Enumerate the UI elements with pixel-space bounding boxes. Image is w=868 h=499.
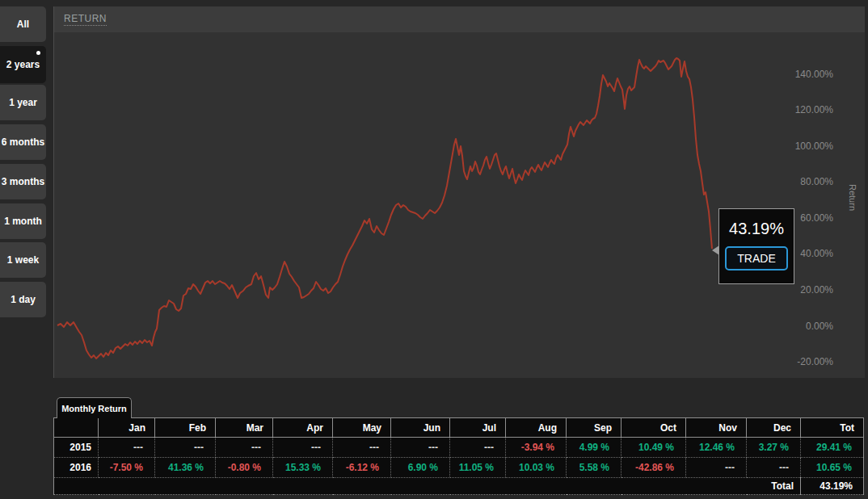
month-header-dec: Dec [747, 418, 801, 438]
return-cell-2016-may: -6.12 % [333, 458, 391, 478]
return-cell-2016-apr: 15.33 % [273, 458, 333, 478]
return-line-chart [54, 32, 866, 378]
chart-title: RETURN [64, 13, 107, 26]
period-button-label: 1 week [7, 254, 39, 266]
return-cell-2016-oct: -42.86 % [622, 458, 686, 478]
period-button-1-year[interactable]: 1 year [0, 85, 46, 120]
tooltip-return-value: 43.19% [719, 220, 794, 238]
return-cell-2015-sep: 4.99 % [567, 438, 622, 458]
year-label-2016: 2016 [54, 458, 99, 478]
period-button-label: 2 years [6, 59, 40, 70]
table-footer-row: Total43.19% [54, 478, 864, 495]
total-label: Total [54, 478, 801, 495]
return-cell-2015-aug: -3.94 % [506, 438, 567, 458]
return-line-series [57, 58, 712, 359]
return-cell-2016-jun: 6.90 % [391, 458, 450, 478]
selected-period-dot [36, 51, 40, 55]
tab-monthly-return-label: Monthly Return [61, 404, 127, 413]
month-header-apr: Apr [273, 418, 333, 438]
period-button-1-week[interactable]: 1 week [0, 242, 46, 278]
y-axis-tick-60: 60.00% [800, 212, 833, 224]
return-cell-2016-nov: --- [686, 458, 747, 478]
return-cell-2015-apr: --- [273, 438, 333, 458]
trade-button[interactable]: TRADE [725, 246, 787, 270]
return-cell-2015-jan: --- [99, 438, 155, 458]
y-axis-tick-40: 40.00% [800, 248, 833, 259]
month-header-jan: Jan [99, 418, 155, 438]
y-axis-tick-140: 140.00% [795, 69, 833, 80]
period-button-label: 1 year [9, 97, 37, 108]
period-button-label: 1 day [11, 294, 36, 305]
return-cell-2015-nov: 12.46 % [686, 438, 747, 458]
month-header-tot: Tot [801, 418, 864, 438]
month-header-sep: Sep [567, 418, 622, 438]
y-axis-title: Return [848, 184, 857, 211]
month-header-mar: Mar [216, 418, 273, 438]
period-button-6-months[interactable]: 6 months [0, 124, 46, 160]
period-button-label: 1 month [4, 216, 42, 227]
return-cell-2016-tot: 10.65 % [801, 458, 864, 478]
period-button-1-day[interactable]: 1 day [0, 282, 46, 317]
y-axis-tick-20: 20.00% [800, 284, 833, 296]
return-chart-panel: RETURN 140.00%120.00%100.00%80.00%60.00%… [53, 6, 865, 378]
period-button-1-month[interactable]: 1 month [0, 203, 46, 239]
month-header-nov: Nov [686, 418, 747, 438]
return-cell-2015-tot: 29.41 % [801, 438, 864, 458]
y-axis-tick-80: 80.00% [800, 176, 833, 187]
return-cell-2015-jun: --- [391, 438, 450, 458]
y-axis-tick--20: -20.00% [797, 356, 833, 367]
return-cell-2016-dec: --- [747, 458, 801, 478]
year-label-2015: 2015 [54, 438, 99, 458]
return-cell-2016-jan: -7.50 % [99, 458, 155, 478]
monthly-return-table: JanFebMarAprMayJunJulAugSepOctNovDecTot2… [53, 417, 864, 495]
period-button-all[interactable]: All [0, 6, 46, 42]
return-cell-2015-oct: 10.49 % [622, 438, 686, 458]
period-button-label: 3 months [2, 176, 44, 187]
y-axis-tick-0: 0.00% [806, 321, 833, 332]
period-button-2-years[interactable]: 2 years [0, 46, 46, 83]
return-cell-2016-mar: -0.80 % [216, 458, 273, 478]
y-axis-tick-100: 100.00% [795, 140, 833, 152]
period-button-label: 6 months [2, 136, 44, 148]
return-cell-2015-may: --- [333, 438, 391, 458]
return-cell-2016-aug: 10.03 % [506, 458, 567, 478]
return-cell-2015-feb: --- [155, 438, 216, 458]
month-header-oct: Oct [622, 418, 686, 438]
tab-monthly-return[interactable]: Monthly Return [57, 397, 132, 418]
month-header-may: May [333, 418, 391, 438]
return-cell-2016-jul: 11.05 % [450, 458, 506, 478]
month-header-feb: Feb [155, 418, 216, 438]
return-cell-2015-jul: --- [450, 438, 506, 458]
table-row-2015: 2015----------------------3.94 %4.99 %10… [54, 438, 864, 458]
total-value: 43.19% [801, 478, 864, 495]
table-row-2016: 2016-7.50 %41.36 %-0.80 %15.33 %-6.12 %6… [54, 458, 864, 478]
table-corner-cell [54, 418, 99, 438]
tooltip-arrow [712, 245, 719, 255]
trade-tooltip: 43.19% TRADE [718, 208, 794, 284]
month-header-aug: Aug [506, 418, 567, 438]
month-header-jul: Jul [450, 418, 506, 438]
return-cell-2016-sep: 5.58 % [567, 458, 622, 478]
return-cell-2015-mar: --- [216, 438, 273, 458]
chart-panel-header: RETURN [54, 6, 865, 32]
return-cell-2015-dec: 3.27 % [747, 438, 801, 458]
period-button-3-months[interactable]: 3 months [0, 164, 46, 199]
chart-plot-area[interactable]: 140.00%120.00%100.00%80.00%60.00%40.00%2… [54, 32, 866, 378]
return-cell-2016-feb: 41.36 % [155, 458, 216, 478]
month-header-jun: Jun [391, 418, 450, 438]
y-axis-tick-120: 120.00% [795, 104, 833, 115]
period-button-label: All [17, 19, 29, 30]
trading-app: All2 years1 year6 months3 months1 month1… [0, 0, 868, 499]
